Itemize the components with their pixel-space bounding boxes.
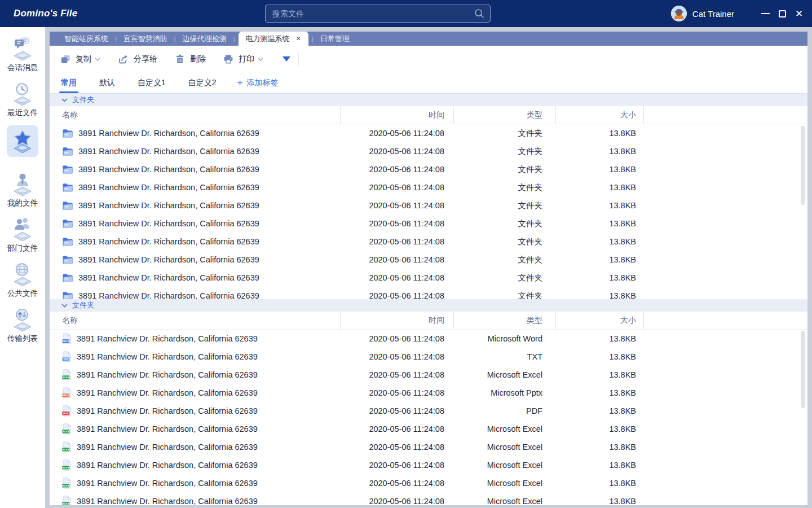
tab-power-temp[interactable]: 电力测温系统✕ bbox=[239, 32, 308, 46]
table-row[interactable]: XLSX3891 Ranchview Dr. Richardson, Calif… bbox=[50, 492, 807, 505]
cell-name: 3891 Ranchview Dr. Richardson, Californi… bbox=[50, 164, 340, 174]
xlsx-file-icon: XLSX bbox=[62, 459, 72, 471]
table-row[interactable]: PPTX3891 Ranchview Dr. Richardson, Calif… bbox=[50, 384, 807, 402]
sidebar-item-public-files[interactable]: 公共文件 bbox=[0, 261, 45, 306]
svg-text:TXT: TXT bbox=[63, 358, 68, 361]
cell-name: XLSX3891 Ranchview Dr. Richardson, Calif… bbox=[50, 423, 340, 435]
copy-icon bbox=[60, 54, 71, 65]
avatar[interactable] bbox=[671, 6, 687, 21]
copy-button[interactable]: 复制 bbox=[60, 54, 100, 65]
table-row[interactable]: DOCX3891 Ranchview Dr. Richardson, Calif… bbox=[50, 330, 807, 348]
cell-time: 2020-05-06 11:24:08 bbox=[340, 255, 453, 264]
file-name: 3891 Ranchview Dr. Richardson, Californi… bbox=[77, 334, 258, 343]
tab-label: 日常管理 bbox=[320, 34, 350, 44]
table-row[interactable]: XLSX3891 Ranchview Dr. Richardson, Calif… bbox=[50, 456, 807, 474]
table-row[interactable]: XLSX3891 Ranchview Dr. Richardson, Calif… bbox=[50, 474, 807, 492]
table-row[interactable]: 3891 Ranchview Dr. Richardson, Californi… bbox=[50, 287, 807, 299]
sidebar-item-session-messages[interactable]: 会话消息 bbox=[0, 35, 45, 80]
sidebar-item-transfer-list[interactable]: 传输列表 bbox=[0, 306, 45, 351]
cell-name: DOCX3891 Ranchview Dr. Richardson, Calif… bbox=[50, 333, 340, 344]
caret-down-icon[interactable] bbox=[283, 56, 290, 62]
delete-button[interactable]: 删除 bbox=[174, 54, 206, 65]
tab-smart-station[interactable]: 智能站房系统 bbox=[61, 32, 112, 46]
table-row[interactable]: XLSX3891 Ranchview Dr. Richardson, Calif… bbox=[50, 366, 807, 384]
cell-time: 2020-05-06 11:24:08 bbox=[340, 406, 453, 415]
tab-close-icon[interactable]: ✕ bbox=[296, 35, 301, 42]
sidebar-item-my-files[interactable]: 我的文件 bbox=[0, 170, 45, 216]
table-body: DOCX3891 Ranchview Dr. Richardson, Calif… bbox=[50, 330, 807, 505]
cell-time: 2020-05-06 11:24:08 bbox=[340, 219, 453, 228]
file-name-wrap: 3891 Ranchview Dr. Richardson, Californi… bbox=[62, 200, 259, 211]
pdf-file-icon: PDF bbox=[62, 405, 72, 417]
table-row[interactable]: 3891 Ranchview Dr. Richardson, Californi… bbox=[50, 233, 807, 251]
maximize-icon[interactable] bbox=[774, 0, 791, 27]
cell-size: 13.8KB bbox=[555, 352, 643, 361]
clock-icon bbox=[9, 80, 36, 107]
table-row[interactable]: PDF3891 Ranchview Dr. Richardson, Califo… bbox=[50, 402, 807, 420]
cell-name: XLSX3891 Ranchview Dr. Richardson, Calif… bbox=[50, 478, 340, 489]
cell-size: 13.8KB bbox=[555, 237, 643, 246]
section-header[interactable]: 文件夹 bbox=[50, 299, 807, 312]
cell-size: 13.8KB bbox=[555, 165, 643, 174]
folder-icon bbox=[62, 291, 73, 299]
table-row[interactable]: 3891 Ranchview Dr. Richardson, Californi… bbox=[50, 251, 807, 269]
tag-tab-custom1[interactable]: 自定义1 bbox=[136, 72, 167, 93]
cell-size: 13.8KB bbox=[555, 201, 643, 210]
file-name: 3891 Ranchview Dr. Richardson, Californi… bbox=[77, 479, 258, 488]
cell-size: 13.8KB bbox=[555, 497, 643, 505]
table-row[interactable]: XLSX3891 Ranchview Dr. Richardson, Calif… bbox=[50, 438, 807, 456]
cell-time: 2020-05-06 11:24:08 bbox=[340, 201, 453, 210]
file-name: 3891 Ranchview Dr. Richardson, Californi… bbox=[77, 424, 258, 433]
svg-text:XLSX: XLSX bbox=[63, 484, 70, 487]
column-header-size: 大小 bbox=[555, 106, 643, 124]
cell-name: XLSX3891 Ranchview Dr. Richardson, Calif… bbox=[50, 441, 340, 453]
table-row[interactable]: 3891 Ranchview Dr. Richardson, Californi… bbox=[50, 214, 807, 233]
cell-time: 2020-05-06 11:24:08 bbox=[340, 129, 453, 138]
tag-tab-custom2[interactable]: 自定义2 bbox=[187, 72, 218, 93]
sidebar-item-department-files[interactable]: 部门文件 bbox=[0, 216, 45, 261]
xlsx-file-icon: XLSX bbox=[62, 496, 72, 505]
tag-tab-default[interactable]: 默认 bbox=[98, 72, 117, 93]
print-button[interactable]: 打印 bbox=[223, 54, 263, 65]
tab-daily-management[interactable]: 日常管理 bbox=[317, 32, 353, 46]
file-name: 3891 Ranchview Dr. Richardson, Californi… bbox=[78, 183, 259, 192]
cell-size: 13.8KB bbox=[555, 273, 643, 282]
close-icon[interactable]: ✕ bbox=[791, 0, 807, 27]
vertical-scrollbar[interactable] bbox=[801, 126, 805, 205]
sidebar-item-recent-files[interactable]: 最近文件 bbox=[0, 80, 45, 125]
table-row[interactable]: 3891 Ranchview Dr. Richardson, Californi… bbox=[50, 160, 807, 178]
file-name-wrap: 3891 Ranchview Dr. Richardson, Californi… bbox=[62, 164, 259, 174]
table-row[interactable]: 3891 Ranchview Dr. Richardson, Californi… bbox=[50, 196, 807, 214]
table-row[interactable]: 3891 Ranchview Dr. Richardson, Californi… bbox=[50, 178, 807, 196]
tag-tab-common[interactable]: 常用 bbox=[59, 72, 78, 93]
column-header-type: 类型 bbox=[453, 312, 555, 329]
plus-icon: + bbox=[237, 78, 243, 87]
search-icon[interactable] bbox=[474, 8, 484, 19]
search-input[interactable] bbox=[272, 9, 474, 18]
add-tag-button[interactable]: +添加标签 bbox=[237, 72, 279, 93]
cell-name: XLSX3891 Ranchview Dr. Richardson, Calif… bbox=[50, 369, 340, 380]
cell-type: Microsoft Excel bbox=[453, 443, 555, 452]
section-header[interactable]: 文件夹 bbox=[50, 94, 807, 106]
table-row[interactable]: 3891 Ranchview Dr. Richardson, Californi… bbox=[50, 142, 807, 160]
table-row[interactable]: XLSX3891 Ranchview Dr. Richardson, Calif… bbox=[50, 420, 807, 438]
user-area: Cat Trainer ✕ bbox=[671, 0, 812, 27]
share-button[interactable]: 分享给 bbox=[117, 54, 157, 65]
tab-yibin-fire[interactable]: 宜宾智慧消防 bbox=[120, 32, 171, 46]
vertical-scrollbar[interactable] bbox=[801, 331, 805, 408]
table-row[interactable]: 3891 Ranchview Dr. Richardson, Californi… bbox=[50, 124, 807, 142]
search-box[interactable] bbox=[265, 5, 491, 23]
sidebar-item-starred-files[interactable] bbox=[0, 125, 45, 170]
file-name: 3891 Ranchview Dr. Richardson, Californi… bbox=[77, 497, 258, 505]
file-name: 3891 Ranchview Dr. Richardson, Californi… bbox=[78, 219, 259, 228]
section-title: 文件夹 bbox=[72, 300, 94, 310]
table-row[interactable]: 3891 Ranchview Dr. Richardson, Californi… bbox=[50, 269, 807, 287]
file-name-wrap: XLSX3891 Ranchview Dr. Richardson, Calif… bbox=[62, 459, 258, 471]
table-row[interactable]: TXT3891 Ranchview Dr. Richardson, Califo… bbox=[50, 348, 807, 366]
cell-name: 3891 Ranchview Dr. Richardson, Californi… bbox=[50, 237, 340, 247]
minimize-icon[interactable] bbox=[757, 0, 774, 27]
pptx-file-icon: PPTX bbox=[62, 387, 72, 398]
tab-edge-proxy[interactable]: 边缘代理检测 bbox=[179, 32, 230, 46]
file-name: 3891 Ranchview Dr. Richardson, Californi… bbox=[78, 201, 259, 210]
column-header-time: 时间 bbox=[340, 106, 453, 124]
